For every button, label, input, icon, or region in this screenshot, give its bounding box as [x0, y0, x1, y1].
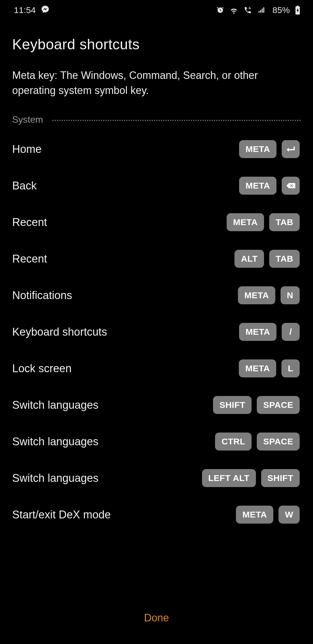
wifi-icon — [230, 6, 238, 14]
shortcut-row: Lock screenMETAL — [12, 350, 301, 387]
key-cap: META — [239, 140, 276, 158]
shortcut-list[interactable]: HomeMETABackMETARecentMETATABRecentALTTA… — [12, 131, 301, 533]
key-cap: / — [282, 323, 300, 341]
shortcut-name: Lock screen — [12, 362, 72, 375]
shortcut-name: Recent — [12, 216, 47, 229]
shortcut-name: Start/exit DeX mode — [12, 509, 111, 521]
page-subtitle: Meta key: The Windows, Command, Search, … — [12, 68, 287, 98]
battery-percentage: 85% — [272, 5, 290, 15]
footer-bar: Done — [0, 592, 313, 644]
shortcut-name: Switch languages — [12, 472, 99, 484]
battery-charging-icon — [295, 6, 300, 15]
status-bar: 11:54 85% — [0, 0, 313, 20]
shortcut-row: Keyboard shortcutsMETA/ — [12, 314, 301, 350]
shortcut-row: NotificationsMETAN — [12, 277, 301, 314]
shortcut-row: Switch languagesCTRLSPACE — [12, 423, 301, 460]
key-cap: ALT — [234, 250, 264, 268]
shortcut-row: Switch languagesLEFT ALTSHIFT — [12, 460, 301, 496]
page-title: Keyboard shortcuts — [12, 36, 301, 53]
shortcut-row: RecentMETATAB — [12, 204, 301, 240]
shortcut-row: HomeMETA — [12, 131, 301, 167]
section-header-system: System — [12, 114, 301, 125]
section-label: System — [12, 114, 43, 125]
shortcut-keys: METATAB — [227, 213, 300, 231]
enter-key-icon — [282, 140, 300, 158]
wifi-calling-icon — [243, 6, 252, 14]
key-cap: META — [239, 177, 276, 195]
backspace-key-icon — [282, 177, 300, 195]
shortcut-keys: SHIFTSPACE — [213, 396, 300, 414]
key-cap: W — [279, 506, 300, 524]
key-cap: LEFT ALT — [202, 469, 256, 487]
done-button[interactable]: Done — [144, 612, 169, 624]
shortcut-row: RecentALTTAB — [12, 240, 301, 277]
status-time: 11:54 — [14, 5, 36, 15]
shortcut-keys: META/ — [239, 323, 300, 341]
key-cap: SHIFT — [213, 396, 252, 414]
shortcut-row: Start/exit DeX modeMETAW — [12, 496, 301, 533]
content-area: Keyboard shortcuts Meta key: The Windows… — [0, 20, 313, 592]
shortcut-keys: METAN — [238, 286, 300, 304]
shortcut-keys: ALTTAB — [234, 250, 300, 268]
shortcut-name: Switch languages — [12, 399, 99, 411]
key-cap: META — [239, 323, 276, 341]
alarm-icon — [216, 6, 224, 14]
shortcut-keys: LEFT ALTSHIFT — [202, 469, 300, 487]
shortcut-keys: META — [239, 177, 300, 195]
status-left: 11:54 — [14, 5, 50, 16]
key-cap: CTRL — [215, 433, 252, 451]
shortcut-name: Back — [12, 180, 37, 192]
key-cap: TAB — [269, 250, 300, 268]
key-cap: SPACE — [257, 433, 300, 451]
shortcut-keys: METAW — [236, 506, 300, 524]
section-divider — [52, 120, 301, 121]
shortcut-name: Notifications — [12, 289, 72, 302]
shortcut-row: BackMETA — [12, 167, 301, 204]
status-right: 85% — [216, 5, 300, 15]
key-cap: META — [239, 359, 276, 377]
key-cap: N — [281, 286, 300, 304]
shortcut-name: Keyboard shortcuts — [12, 326, 107, 338]
key-cap: META — [236, 506, 273, 524]
key-cap: SPACE — [257, 396, 300, 414]
key-cap: TAB — [269, 213, 300, 231]
shortcut-name: Switch languages — [12, 435, 99, 448]
shortcut-keys: META — [239, 140, 300, 158]
key-cap: META — [227, 213, 264, 231]
messenger-icon — [41, 5, 50, 16]
shortcut-name: Recent — [12, 253, 47, 265]
signal-icon — [257, 6, 265, 14]
shortcut-row: Switch languagesSHIFTSPACE — [12, 387, 301, 423]
key-cap: L — [281, 359, 300, 377]
key-cap: META — [238, 286, 275, 304]
shortcut-keys: CTRLSPACE — [215, 433, 300, 451]
shortcut-keys: METAL — [239, 359, 300, 377]
key-cap: SHIFT — [261, 469, 300, 487]
shortcut-name: Home — [12, 143, 41, 155]
